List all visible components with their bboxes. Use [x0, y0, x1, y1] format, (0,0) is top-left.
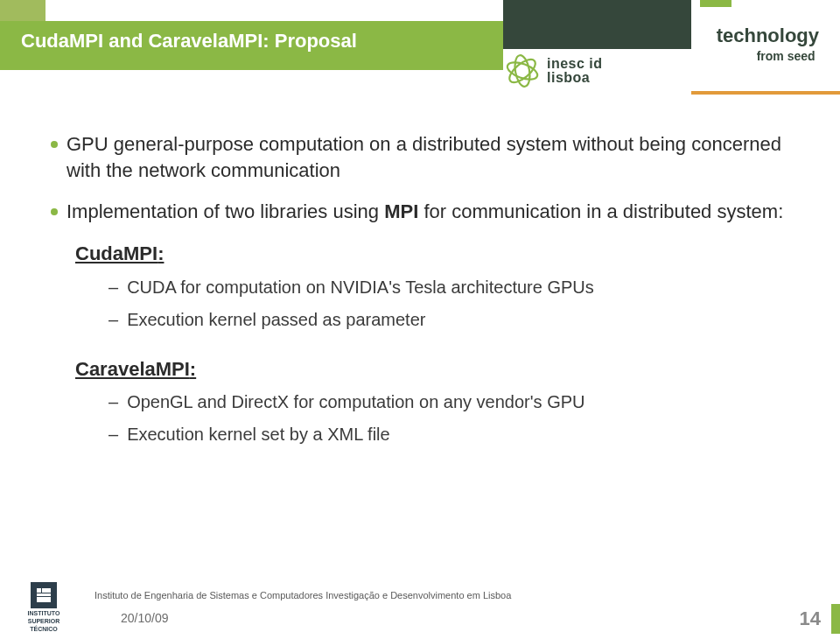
inesc-logo-line1: inesc id: [547, 57, 603, 71]
svg-rect-4: [42, 588, 51, 593]
tagline: technology from seed: [717, 25, 819, 63]
svg-rect-3: [37, 588, 41, 593]
inesc-logo-text: inesc id lisboa: [547, 57, 603, 85]
slide-content: GPU general-purpose computation on a dis…: [51, 131, 794, 455]
caravelampi-item-1: OpenGL and DirectX for computation on an…: [127, 390, 584, 414]
footer-institution: Instituto de Engenharia de Sistemas e Co…: [94, 590, 511, 600]
header-orange-rule: [691, 91, 840, 95]
cudampi-list: – CUDA for computation on NVIDIA's Tesla…: [108, 276, 794, 332]
svg-rect-6: [37, 597, 51, 602]
bullet-1: GPU general-purpose computation on a dis…: [51, 131, 794, 183]
bullet-dot-icon: [51, 141, 58, 148]
footer-accent-stub: [831, 604, 840, 634]
header-dark-band: [503, 0, 691, 49]
dash-icon: –: [108, 308, 118, 332]
footer-date: 20/10/09: [121, 611, 169, 625]
caravelampi-heading: CaravelaMPI: [75, 356, 794, 383]
bullet-1-text: GPU general-purpose computation on a dis…: [66, 131, 794, 183]
dash-icon: –: [108, 390, 118, 414]
bullet-dot-icon: [51, 208, 58, 215]
bullet-2-pre: Implementation of two libraries using: [66, 200, 384, 222]
list-item: – Execution kernel passed as parameter: [108, 308, 794, 332]
cudampi-heading: CudaMPI: [75, 241, 794, 267]
dash-icon: –: [108, 276, 118, 299]
inesc-swirl-icon: [503, 52, 542, 90]
ist-logo-square: [31, 582, 57, 608]
ist-label-1: INSTITUTO: [28, 610, 60, 616]
cudampi-item-2: Execution kernel passed as parameter: [127, 308, 425, 332]
dash-icon: –: [108, 423, 118, 446]
bullet-2: Implementation of two libraries using MP…: [51, 199, 794, 225]
cudampi-item-1: CUDA for computation on NVIDIA's Tesla a…: [127, 276, 594, 299]
ist-label-2: SUPERIOR: [28, 618, 60, 624]
page-number: 14: [800, 607, 821, 630]
inesc-logo-line2: lisboa: [547, 71, 603, 85]
bullet-2-post: for communication in a distributed syste…: [418, 200, 783, 222]
list-item: – OpenGL and DirectX for computation on …: [108, 390, 794, 414]
caravelampi-item-2: Execution kernel set by a XML file: [127, 423, 390, 446]
header-accent-tab: [700, 0, 732, 7]
svg-point-2: [506, 55, 539, 86]
slide-header: CudaMPI and CaravelaMPI: Proposal inesc …: [0, 0, 840, 96]
svg-rect-5: [37, 593, 51, 596]
ist-label-3: TÉCNICO: [30, 626, 58, 632]
ist-logo: INSTITUTO SUPERIOR TÉCNICO: [14, 582, 74, 632]
bullet-2-bold: MPI: [384, 200, 418, 222]
tagline-line1: technology: [717, 25, 819, 47]
tagline-line2: from seed: [757, 49, 819, 63]
slide-title: CudaMPI and CaravelaMPI: Proposal: [21, 30, 357, 53]
list-item: – CUDA for computation on NVIDIA's Tesla…: [108, 276, 794, 299]
caravelampi-list: – OpenGL and DirectX for computation on …: [108, 390, 794, 446]
bullet-2-text: Implementation of two libraries using MP…: [66, 199, 783, 225]
slide-footer: INSTITUTO SUPERIOR TÉCNICO Instituto de …: [0, 578, 840, 639]
inesc-logo: inesc id lisboa: [503, 49, 687, 93]
list-item: – Execution kernel set by a XML file: [108, 423, 794, 446]
